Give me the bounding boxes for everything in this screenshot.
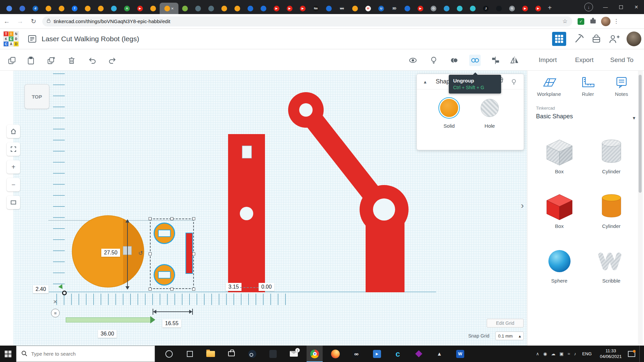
taskbar-search[interactable] [16,346,155,362]
browser-tab[interactable]: we [335,3,348,14]
align-icon[interactable] [490,55,501,66]
hole-option[interactable] [481,99,499,117]
document-title[interactable]: Laser Cut Walking Robot (legs) [42,35,139,43]
selection-handle[interactable] [170,217,173,220]
edit-grid-button[interactable]: Edit Grid [487,319,524,327]
taskbar-clock[interactable]: 11:33 04/06/2021 [598,348,624,360]
language-indicator[interactable]: ENG [580,351,594,356]
taskbar-icon-steam[interactable] [244,346,260,362]
taskbar-icon-diamond[interactable] [411,346,427,362]
tab-close-icon[interactable]: ✕ [171,7,174,10]
mirror-icon[interactable] [509,55,520,66]
selection-handle[interactable] [149,217,152,220]
browser-tab[interactable]: ▶ [296,3,309,14]
rotate-handle-icon[interactable]: ↺ [138,250,143,257]
maximize-button[interactable] [613,0,629,14]
show-desktop-button[interactable] [639,346,641,362]
import-button[interactable]: Import [534,55,561,65]
undo-icon[interactable] [87,55,98,66]
shape-item-scribble[interactable]: Scribble [595,246,628,284]
browser-extension-icon[interactable]: ↓ [584,3,593,11]
browser-tab[interactable] [231,3,244,14]
selection-handle[interactable] [149,288,152,291]
browser-tab[interactable] [55,3,68,14]
browser-tab[interactable] [16,3,29,14]
tray-status-icon[interactable]: ♪ [574,351,576,356]
browser-tab[interactable] [492,3,505,14]
browser-tab[interactable] [453,3,466,14]
taskbar-icon-movies[interactable]: ▶ [369,346,385,362]
selection-handle[interactable] [192,288,195,291]
paste-icon[interactable] [25,55,36,66]
lightbulb-icon[interactable] [428,55,439,66]
taskbar-icon-epic[interactable] [265,346,281,362]
ruler-origin-handle[interactable] [62,291,67,295]
dimension-value[interactable]: 0.00 [259,283,274,291]
browser-tab[interactable] [81,3,94,14]
browser-tab[interactable] [322,3,335,14]
new-tab-button[interactable]: + [545,3,555,13]
workplane-view-button[interactable] [7,196,20,209]
browser-profile-avatar[interactable] [601,17,610,26]
add-user-icon[interactable] [608,34,620,44]
browser-menu-icon[interactable]: ⋮ [610,18,622,25]
dimension-value[interactable]: 36.00 [98,330,117,338]
shape-item-box-solid[interactable]: Box [543,191,576,229]
browser-tab[interactable] [244,3,257,14]
view-cube[interactable]: TOP [24,84,49,109]
taskbar-icon-store[interactable] [223,346,239,362]
shape-item-cylinder-solid[interactable]: Cylinder [595,191,628,229]
redo-icon[interactable] [107,55,118,66]
ruler-tool[interactable]: Ruler [581,75,595,97]
url-omnibox[interactable]: tinkercad.com/things/boVNGaqN3Y8-epic-ha… [42,16,572,26]
start-button[interactable] [0,346,16,362]
browser-tab[interactable] [42,3,55,14]
ruler-close-icon[interactable]: ✕ [53,299,57,305]
browser-tab[interactable] [218,3,231,14]
tray-status-icon[interactable]: ◉ [543,351,547,356]
browser-tab[interactable] [94,3,107,14]
shape-item-box-hole[interactable]: Box [543,136,576,174]
browser-tab[interactable] [147,3,160,14]
dashboard-grid-button[interactable] [552,32,566,46]
tray-status-icon[interactable]: ▣ [559,351,564,356]
properties-icon[interactable] [28,34,37,44]
ungroup-icon[interactable] [469,55,481,66]
notes-tool[interactable]: Notes [615,75,628,97]
shape-item-sphere[interactable]: Sphere [543,246,576,284]
taskbar-icon-taskview[interactable] [182,346,198,362]
lightbulb-icon[interactable] [510,78,518,87]
taskbar-icon-explorer[interactable] [203,346,219,362]
browser-tab[interactable]: 3D [388,3,401,14]
forward-icon[interactable]: → [13,18,27,25]
tray-status-icon[interactable]: ≈ [568,351,570,356]
browser-tab[interactable]: d [29,3,42,14]
workplane-tool[interactable]: Workplane [537,75,561,97]
minimize-button[interactable]: — [598,0,613,14]
browser-tab[interactable]: Ne [309,3,322,14]
sidebar-collapse-icon[interactable]: › [521,200,524,211]
tray-status-icon[interactable]: ☁ [551,351,555,356]
browser-tab[interactable]: G [427,3,440,14]
shape-library-dropdown[interactable]: Tinkercad Basic Shapes ▾ [536,106,637,126]
browser-tab[interactable] [107,3,120,14]
taskbar-icon-chrome[interactable] [307,346,323,362]
browser-tab[interactable]: ▶ [133,3,147,14]
tray-expand-icon[interactable]: ∧ [536,351,539,356]
back-icon[interactable]: ← [0,18,13,25]
taskbar-icon-edge[interactable]: c [390,346,406,362]
browser-tab[interactable]: ✕ [160,3,178,14]
scrollbar-thumb[interactable] [639,75,642,193]
taskbar-icon-word[interactable]: W [452,346,468,362]
browser-tab[interactable]: ▶ [532,3,545,14]
browser-tab[interactable] [401,3,414,14]
tinkercad-logo[interactable]: TINKERCAD [3,31,19,47]
selection-handle[interactable] [149,252,152,255]
browser-tab[interactable] [348,3,362,14]
browser-tab[interactable] [205,3,218,14]
browser-tab[interactable] [440,3,453,14]
browser-tab[interactable]: f [68,3,81,14]
duplicate-icon[interactable] [46,55,57,66]
browser-tab[interactable] [192,3,205,14]
browser-tab[interactable] [257,3,270,14]
